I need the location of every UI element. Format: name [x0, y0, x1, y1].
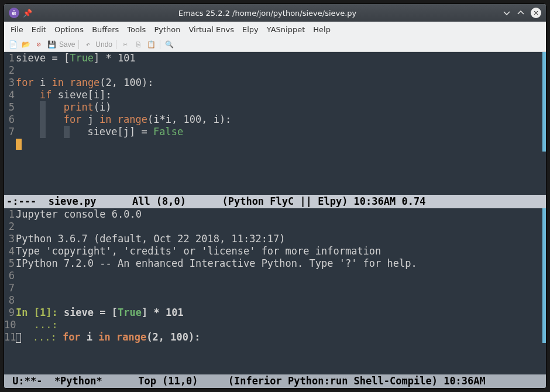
- pin-icon[interactable]: 📌: [23, 9, 32, 18]
- editor-area: 1sieve = [True] * 101 2 3for i in range(…: [4, 52, 546, 388]
- line-number: 5: [4, 257, 16, 270]
- line-number: 5: [4, 101, 16, 114]
- line-number: 10: [4, 319, 16, 331]
- line-number: 4: [4, 245, 16, 257]
- window-title: Emacs 25.2.2 /home/jon/python/sieve/siev…: [32, 9, 503, 18]
- ipython-continuation-prompt: ...:: [16, 319, 64, 331]
- line-number: 3: [4, 77, 16, 89]
- toolbar: 📄 📂 ⊘ 💾 Save ↶ Undo ✂ ⎘ 📋 🔍: [4, 37, 546, 52]
- line-number: 7: [4, 282, 16, 294]
- indent-guide: [40, 126, 46, 138]
- menu-elpy[interactable]: Elpy: [238, 23, 263, 36]
- line-number: 6: [4, 114, 16, 126]
- indent-guide: [40, 114, 46, 126]
- emacs-logo-icon: ê: [9, 8, 19, 18]
- titlebar[interactable]: ê 📌 Emacs 25.2.2 /home/jon/python/sieve/…: [4, 4, 546, 22]
- line-number: 9: [4, 307, 16, 319]
- menu-options[interactable]: Options: [50, 23, 88, 36]
- undo-label[interactable]: Undo: [95, 40, 112, 49]
- maximize-button[interactable]: [517, 9, 525, 17]
- line-number: [4, 138, 16, 150]
- menu-buffers[interactable]: Buffers: [88, 23, 123, 36]
- toolbar-separator: [116, 40, 116, 49]
- cursor: [16, 139, 22, 150]
- paste-icon[interactable]: 📋: [146, 39, 156, 50]
- new-file-icon[interactable]: 📄: [8, 39, 18, 50]
- ipython-prompt: In [1]:: [16, 307, 64, 318]
- modeline-active[interactable]: -:--- sieve.py All (8,0) (Python FlyC ||…: [4, 195, 546, 208]
- scrollbar[interactable]: [542, 208, 546, 343]
- save-icon[interactable]: 💾: [46, 39, 57, 50]
- line-number: 4: [4, 89, 16, 101]
- save-label[interactable]: Save: [59, 40, 75, 49]
- menu-help[interactable]: Help: [309, 23, 335, 36]
- modeline-inactive[interactable]: U:**- *Python* Top (11,0) (Inferior Pyth…: [4, 374, 546, 388]
- copy-icon[interactable]: ⎘: [133, 39, 143, 50]
- line-number: 7: [4, 126, 16, 138]
- emacs-window: ê 📌 Emacs 25.2.2 /home/jon/python/sieve/…: [4, 4, 546, 388]
- indent-guide: [64, 126, 70, 138]
- search-icon[interactable]: 🔍: [164, 39, 174, 50]
- line-number: 11: [4, 331, 16, 343]
- scrollbar[interactable]: [542, 52, 546, 152]
- line-number: 1: [4, 208, 16, 221]
- menu-virtual-envs[interactable]: Virtual Envs: [184, 23, 238, 36]
- close-button[interactable]: ✕: [531, 8, 541, 18]
- line-number: 3: [4, 233, 16, 245]
- menu-edit[interactable]: Edit: [28, 23, 50, 36]
- line-number: 8: [4, 294, 16, 307]
- line-number: 1: [4, 52, 16, 64]
- line-number: 2: [4, 64, 16, 77]
- undo-icon[interactable]: ↶: [82, 39, 93, 50]
- python-shell-buffer[interactable]: 1Jupyter console 6.0.0 2 3Python 3.6.7 (…: [4, 208, 546, 374]
- open-folder-icon[interactable]: 📂: [20, 39, 31, 50]
- indent-guide: [40, 101, 46, 114]
- line-number: 6: [4, 270, 16, 282]
- menu-file[interactable]: File: [6, 23, 28, 36]
- toolbar-separator: [160, 40, 160, 49]
- menu-yasnippet[interactable]: YASnippet: [263, 23, 310, 36]
- close-doc-icon[interactable]: ⊘: [33, 39, 44, 50]
- ipython-continuation-prompt: ...:: [15, 331, 63, 343]
- code-buffer[interactable]: 1sieve = [True] * 101 2 3for i in range(…: [4, 52, 546, 195]
- cut-icon[interactable]: ✂: [120, 39, 130, 50]
- menu-python[interactable]: Python: [150, 23, 184, 36]
- minimize-button[interactable]: [503, 9, 511, 17]
- toolbar-separator: [78, 40, 79, 49]
- menubar: File Edit Options Buffers Tools Python V…: [4, 22, 546, 37]
- line-number: 2: [4, 221, 16, 233]
- menu-tools[interactable]: Tools: [123, 23, 150, 36]
